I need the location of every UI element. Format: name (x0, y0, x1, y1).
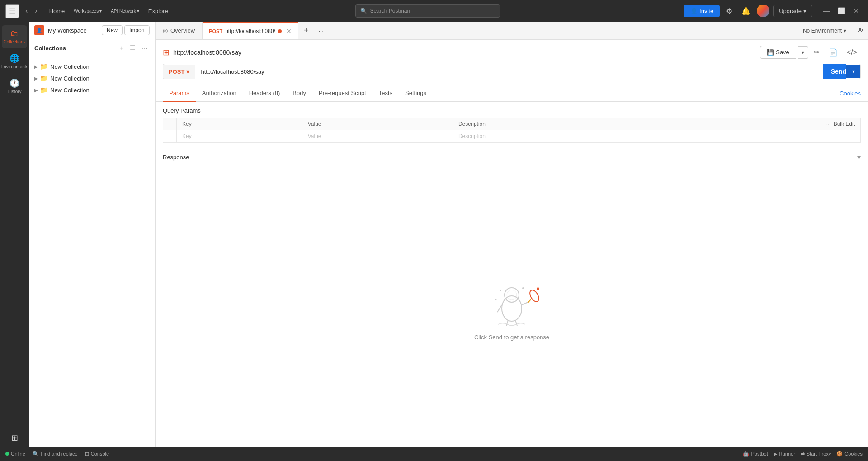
row-description[interactable]: Description (453, 130, 860, 143)
code-button[interactable]: </> (843, 46, 861, 59)
overview-icon: ◎ (163, 27, 168, 34)
explore-link[interactable]: Explore (145, 6, 172, 16)
maximize-button[interactable]: ⬜ (834, 5, 849, 16)
tab-close-button[interactable]: ✕ (286, 28, 292, 35)
unsaved-indicator (278, 29, 282, 33)
environments-icon: 🌐 (9, 53, 19, 63)
search-input[interactable]: 🔍 Search Postman (355, 4, 500, 18)
environment-eye-button[interactable]: 👁 (852, 22, 868, 39)
chevron-icon: ▶ (34, 76, 38, 81)
new-button[interactable]: New (102, 25, 123, 35)
workspace-name: My Workspace (48, 27, 87, 34)
filter-button[interactable]: ☰ (127, 43, 138, 53)
svg-point-0 (502, 296, 522, 321)
online-status: Online (5, 451, 25, 456)
avatar[interactable] (757, 5, 769, 17)
notifications-button[interactable]: 🔔 (739, 5, 753, 17)
import-button[interactable]: Import (124, 25, 150, 35)
request-tabs: Params Authorization Headers (8) Body Pr… (156, 85, 868, 102)
runner-button[interactable]: ▶ Runner (774, 451, 795, 457)
forward-button[interactable]: › (32, 5, 40, 17)
sidebar-item-collections[interactable]: 🗂 Collections (2, 25, 27, 48)
active-request-tab[interactable]: POST http://localhost:8080/ ✕ (203, 22, 298, 39)
online-dot (5, 452, 9, 456)
minimize-button[interactable]: — (820, 5, 833, 16)
save-button[interactable]: 💾 Save (760, 46, 796, 59)
sidebar-item-history[interactable]: 🕐 History (2, 75, 27, 98)
sidebar-item-environments[interactable]: 🌐 Environments (2, 50, 27, 73)
params-col-value: Value (302, 118, 453, 130)
response-empty-state: Click Send to get a response (156, 166, 868, 447)
mock-icon: ⊞ (11, 433, 18, 443)
new-tab-button[interactable]: + (298, 22, 314, 39)
params-col-description: Description ··· Bulk Edit (453, 118, 860, 130)
cookies-link[interactable]: Cookies (840, 86, 861, 101)
url-input[interactable] (195, 65, 822, 79)
params-col-key: Key (177, 118, 302, 130)
req-tabs-right: Cookies (840, 89, 861, 97)
upgrade-button[interactable]: Upgrade ▾ (773, 5, 812, 17)
invite-button[interactable]: 👤 Invite (684, 5, 720, 17)
tab-pre-request[interactable]: Pre-request Script (312, 85, 373, 102)
chevron-icon: ▶ (34, 88, 38, 93)
row-key[interactable]: Key (177, 130, 302, 143)
workspace-icon: 👤 (34, 25, 44, 35)
settings-button[interactable]: ⚙ (723, 5, 735, 17)
console-icon: ⊡ (85, 451, 89, 457)
svg-point-11 (522, 287, 524, 289)
home-link[interactable]: Home (46, 6, 69, 16)
close-button[interactable]: ✕ (850, 5, 863, 16)
request-title-area: ⊞ http://localhost:8080/say 💾 Save ▾ ✏ 📄… (156, 40, 868, 85)
collection-item-1[interactable]: ▶ 📁 New Collection (29, 61, 155, 72)
back-button[interactable]: ‹ (23, 5, 30, 17)
collection-item-2[interactable]: ▶ 📁 New Collection (29, 72, 155, 84)
tab-body[interactable]: Body (286, 85, 312, 102)
bulk-edit-button[interactable]: Bulk Edit (834, 121, 855, 127)
tab-more-button[interactable]: ··· (314, 22, 328, 39)
svg-point-12 (495, 299, 497, 300)
workspaces-link[interactable]: Workspaces ▾ (70, 7, 105, 15)
collection-item-3[interactable]: ▶ 📁 New Collection (29, 84, 155, 96)
tab-headers[interactable]: Headers (8) (243, 85, 287, 102)
menu-button[interactable]: ☰ (5, 4, 19, 18)
tab-params[interactable]: Params (163, 85, 196, 102)
start-proxy-button[interactable]: ⇌ Start Proxy (801, 451, 831, 457)
collection-folder-icon: 📁 (40, 86, 47, 94)
search-bar-container: 🔍 Search Postman (175, 4, 680, 18)
svg-line-9 (528, 299, 531, 303)
find-replace-icon: 🔍 (33, 451, 39, 457)
add-collection-button[interactable]: + (118, 43, 126, 53)
nav-buttons: ‹ › (23, 5, 40, 17)
console-button[interactable]: ⊡ Console (85, 451, 109, 457)
save-dropdown-button[interactable]: ▾ (798, 46, 808, 59)
row-value[interactable]: Value (302, 130, 453, 143)
cookies-button[interactable]: 🍪 Cookies (836, 451, 863, 457)
collection-folder-icon: 📁 (40, 75, 47, 82)
svg-point-2 (507, 290, 517, 300)
environment-selector[interactable]: No Environment ▾ (797, 22, 852, 39)
send-dropdown-button[interactable]: ▾ (846, 65, 860, 78)
response-header[interactable]: Response ▾ (156, 148, 868, 166)
tab-settings[interactable]: Settings (399, 85, 433, 102)
url-bar: POST ▾ Send ▾ (163, 64, 861, 79)
find-replace-button[interactable]: 🔍 Find and replace (33, 451, 78, 457)
edit-button[interactable]: ✏ (810, 45, 823, 59)
send-button[interactable]: Send (823, 64, 846, 79)
document-button[interactable]: 📄 (825, 45, 841, 59)
collections-panel: 👤 My Workspace New Import Collections + … (29, 22, 156, 447)
api-network-link[interactable]: API Network ▾ (107, 7, 143, 15)
tab-overview[interactable]: ◎ Overview (156, 22, 203, 39)
row-checkbox (163, 130, 177, 143)
tab-bar: ◎ Overview POST http://localhost:8080/ ✕… (156, 22, 868, 40)
titlebar: ☰ ‹ › Home Workspaces ▾ API Network ▾ Ex… (0, 0, 868, 22)
postbot-button[interactable]: 🤖 Postbot (743, 451, 768, 457)
collections-title: Collections (34, 45, 116, 52)
more-options-button[interactable]: ··· (140, 43, 150, 53)
tab-tests[interactable]: Tests (373, 85, 399, 102)
bottom-bar: Online 🔍 Find and replace ⊡ Console 🤖 Po… (0, 447, 868, 461)
tab-authorization[interactable]: Authorization (196, 85, 243, 102)
sidebar-item-mock[interactable]: ⊞ (2, 429, 27, 447)
content-area: ◎ Overview POST http://localhost:8080/ ✕… (156, 22, 868, 447)
svg-point-10 (500, 290, 501, 291)
method-selector[interactable]: POST ▾ (163, 65, 195, 79)
